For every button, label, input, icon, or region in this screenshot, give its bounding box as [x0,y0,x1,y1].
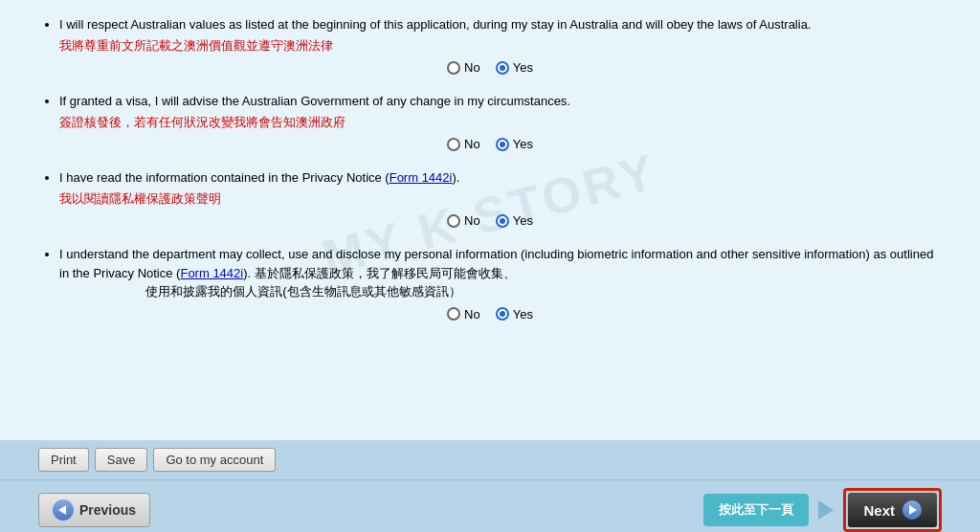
q4-yes-option[interactable]: Yes [496,307,533,321]
q2-no-radio[interactable] [447,138,460,151]
q3-no-option[interactable]: No [447,213,480,228]
footer-bar: Print Save Go to my account [0,440,980,479]
q4-yes-label: Yes [513,307,533,321]
question-4: I understand the department may collect,… [38,245,942,321]
q1-yes-option[interactable]: Yes [496,60,533,75]
q3-no-label: No [464,213,480,228]
q1-no-radio[interactable] [447,61,460,75]
q4-radio-row: No Yes [38,307,942,321]
q1-radio-row: No Yes [38,60,942,75]
save-button[interactable]: Save [95,448,148,472]
q4-no-radio[interactable] [447,307,460,321]
q1-chinese-text: 我將尊重前文所記載之澳洲價值觀並遵守澳洲法律 [59,36,942,55]
hint-box: 按此至下一頁 [703,494,809,526]
content-inner: I will respect Australian values as list… [38,15,942,321]
next-arrow-icon [902,500,922,520]
q2-radio-row: No Yes [38,137,942,151]
q1-english-text: I will respect Australian values as list… [59,15,942,34]
print-button[interactable]: Print [38,448,89,472]
previous-label: Previous [79,502,136,518]
q2-chinese-text: 簽證核發後，若有任何狀況改變我將會告知澳洲政府 [59,113,942,132]
q2-english-text: If granted a visa, I will advise the Aus… [59,92,942,111]
arrow-right-icon [818,500,834,520]
q3-yes-label: Yes [513,213,533,228]
main-content: MY K STORY I will respect Australian val… [0,0,980,440]
next-button-wrapper: Next [843,488,942,532]
question-3: I have read the information contained in… [38,168,942,228]
q2-no-option[interactable]: No [447,137,480,151]
q3-yes-radio[interactable] [496,214,509,228]
q4-no-option[interactable]: No [447,307,480,321]
nav-right: 按此至下一頁 Next [703,488,942,532]
previous-button[interactable]: Previous [38,493,150,527]
question-1: I will respect Australian values as list… [38,15,942,75]
account-button[interactable]: Go to my account [153,448,276,472]
q2-yes-radio[interactable] [496,138,509,151]
q3-no-radio[interactable] [447,214,460,228]
q1-yes-label: Yes [513,60,533,75]
next-label: Next [863,502,895,519]
q3-radio-row: No Yes [38,213,942,228]
q4-yes-radio[interactable] [496,307,509,321]
q3-chinese-text: 我以閱讀隱私權保護政策聲明 [59,189,942,209]
q1-no-option[interactable]: No [447,60,480,75]
q4-english-text: I understand the department may collect,… [59,245,942,301]
next-button[interactable]: Next [848,493,937,527]
prev-arrow-icon [53,499,74,521]
nav-bar: Previous 按此至下一頁 Next [0,479,980,532]
q3-yes-option[interactable]: Yes [496,213,533,228]
q2-yes-label: Yes [513,137,533,151]
q3-form-link[interactable]: Form 1442i [390,170,453,185]
q1-yes-radio[interactable] [496,61,509,75]
q4-form-link[interactable]: Form 1442i [180,266,243,280]
question-2: If granted a visa, I will advise the Aus… [38,92,942,151]
q4-no-label: No [464,307,480,321]
q1-no-label: No [464,60,480,75]
q2-no-label: No [464,137,480,151]
q2-yes-option[interactable]: Yes [496,137,533,151]
q3-english-text: I have read the information contained in… [59,168,942,188]
